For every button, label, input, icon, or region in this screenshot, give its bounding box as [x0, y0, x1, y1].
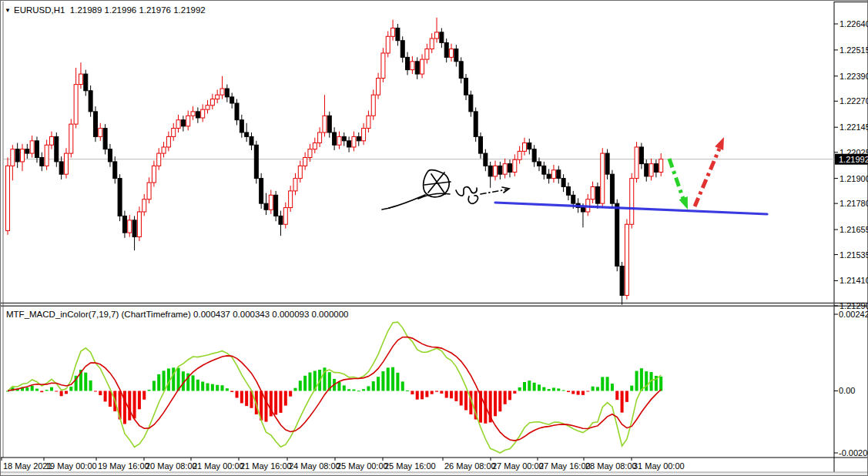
- macd-histogram-bar: [518, 387, 521, 391]
- macd-histogram-bar: [293, 388, 297, 391]
- candle-body: [30, 141, 34, 153]
- candle-body: [196, 112, 199, 118]
- candle-body: [327, 116, 331, 132]
- macd-histogram-bar: [274, 391, 277, 415]
- candle-body: [128, 220, 132, 233]
- macd-histogram-bar: [606, 377, 609, 391]
- macd-histogram-bar: [571, 391, 575, 394]
- symbol-ohlc-title: EURUSD,H1 1.21989 1.21996 1.21976 1.2199…: [14, 5, 206, 15]
- macd-indicator-title: MTF_MACD_inColor(7,19,7) (ChartTimeframe…: [6, 310, 349, 319]
- candle-body: [45, 145, 49, 166]
- macd-histogram-bar: [372, 381, 375, 391]
- macd-histogram-bar: [308, 373, 311, 391]
- candle-body: [137, 212, 141, 237]
- candle-body: [318, 132, 322, 143]
- candle-body: [74, 85, 78, 125]
- candle-body: [620, 266, 624, 295]
- macd-histogram-bar: [640, 368, 643, 391]
- macd-histogram-bar: [284, 391, 287, 406]
- price-axis-label: 1.21535: [840, 250, 868, 260]
- macd-axis-min-label: -0.002009: [839, 448, 868, 458]
- macd-histogram-bar: [615, 391, 618, 401]
- candle-body: [645, 164, 648, 176]
- macd-histogram-bar: [498, 391, 501, 412]
- macd-histogram-bar: [123, 391, 126, 424]
- macd-histogram-bar: [35, 389, 39, 391]
- candle-body: [659, 159, 663, 173]
- macd-histogram-bar: [279, 391, 282, 413]
- candle-body: [269, 195, 273, 210]
- candle-body: [40, 158, 44, 166]
- macd-histogram-bar: [445, 391, 448, 398]
- candle-body: [542, 166, 546, 174]
- macd-histogram-bar: [387, 367, 390, 391]
- candle-body: [152, 166, 156, 183]
- candle-body: [391, 28, 395, 36]
- candle-body: [484, 153, 488, 166]
- macd-histogram-bar: [152, 381, 156, 391]
- candle-body: [279, 216, 283, 224]
- candle-body: [157, 153, 161, 166]
- macd-histogram-bar: [435, 391, 438, 392]
- macd-histogram-bar: [216, 385, 219, 391]
- candle-body: [503, 164, 507, 175]
- price-axis-label: 1.21655: [840, 225, 868, 234]
- candle-body: [367, 116, 370, 128]
- macd-histogram-bar: [221, 385, 224, 391]
- macd-histogram-bar: [104, 391, 107, 402]
- macd-histogram-bar: [548, 389, 551, 391]
- price-axis-label: 1.22145: [840, 122, 868, 132]
- candle-body: [201, 109, 205, 118]
- symbol-dropdown-icon[interactable]: ▼: [5, 7, 11, 14]
- candle-body: [337, 136, 341, 145]
- candle-body: [245, 132, 249, 136]
- candle-body: [264, 203, 268, 210]
- macd-histogram-bar: [421, 391, 424, 400]
- macd-histogram-bar: [381, 371, 384, 391]
- candle-body: [216, 95, 220, 99]
- candle-body: [421, 59, 424, 74]
- candle-body: [55, 136, 59, 162]
- macd-histogram-bar: [50, 387, 53, 391]
- candle-body: [566, 186, 570, 195]
- macd-histogram-bar: [494, 391, 497, 417]
- macd-histogram-bar: [425, 391, 428, 397]
- candle-body: [162, 147, 166, 153]
- macd-histogram-bar: [303, 376, 307, 391]
- candle-body: [186, 116, 190, 126]
- candle-body: [532, 149, 536, 162]
- candle-body: [172, 129, 176, 137]
- candle-body: [406, 57, 410, 69]
- time-axis-label: 28 May 08:00: [585, 461, 637, 471]
- macd-histogram-bar: [192, 375, 195, 391]
- macd-histogram-bar: [625, 391, 628, 402]
- candle-body: [113, 162, 117, 179]
- candle-body: [435, 32, 439, 39]
- macd-histogram-bar: [230, 391, 233, 393]
- candle-body: [605, 153, 609, 174]
- price-axis-label: 1.22390: [840, 72, 868, 81]
- macd-histogram-bar: [347, 389, 350, 391]
- candle-body: [654, 164, 658, 173]
- chart-canvas[interactable]: 1.226401.225151.223901.222701.221451.220…: [0, 0, 868, 476]
- macd-histogram-bar: [367, 386, 370, 391]
- macd-histogram-bar: [440, 391, 443, 394]
- macd-histogram-bar: [581, 391, 585, 395]
- candle-body: [625, 224, 628, 295]
- macd-histogram-bar: [645, 371, 648, 391]
- candle-body: [260, 179, 263, 204]
- macd-histogram-bar: [264, 391, 267, 422]
- candle-body: [371, 95, 375, 116]
- time-axis-label: 31 May 00:00: [633, 461, 685, 471]
- macd-histogram-bar: [352, 390, 355, 391]
- candle-body: [25, 149, 29, 153]
- macd-histogram-bar: [299, 380, 302, 391]
- macd-histogram-bar: [567, 391, 570, 393]
- price-axis-label: 1.22515: [840, 45, 868, 55]
- macd-histogram-bar: [601, 377, 604, 391]
- candle-body: [333, 132, 337, 145]
- macd-histogram-bar: [504, 391, 507, 404]
- macd-histogram-bar: [236, 391, 239, 398]
- candle-body: [513, 159, 517, 172]
- macd-histogram-bar: [138, 391, 141, 410]
